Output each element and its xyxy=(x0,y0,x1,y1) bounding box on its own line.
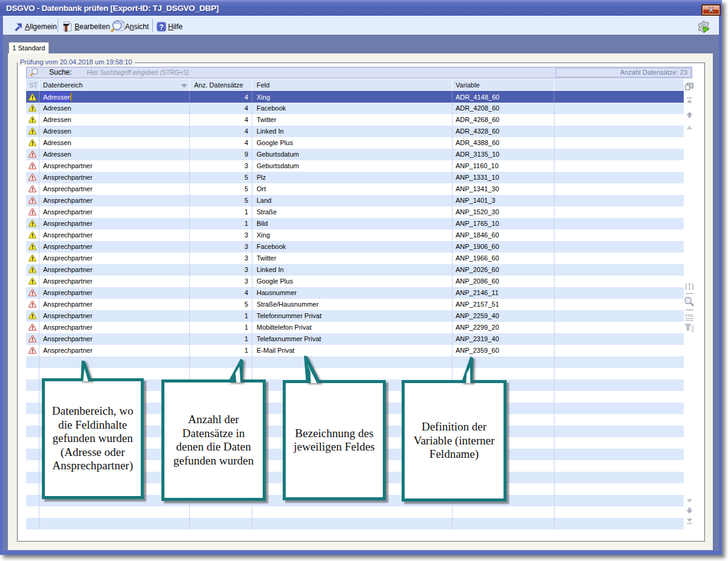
svg-text:XML: XML xyxy=(684,313,695,318)
svg-text:?: ? xyxy=(159,23,164,32)
